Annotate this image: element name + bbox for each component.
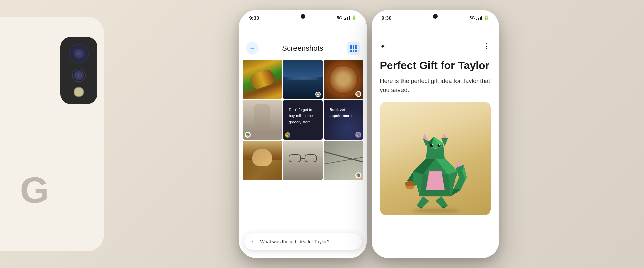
google-photos-badge-wire	[355, 172, 361, 178]
svg-marker-31	[417, 196, 429, 207]
photo-wire[interactable]	[324, 141, 363, 180]
status-time-1: 9:30	[249, 15, 259, 21]
note-text: Don't forget to buy milk at the grocery …	[289, 108, 313, 124]
search-bar[interactable]: ← What was the gift idea for Taylor?	[244, 233, 362, 250]
camera-lens-main	[69, 44, 89, 64]
grid-dot	[353, 50, 354, 52]
left-phone-partial: G	[0, 17, 104, 251]
phone-screenshots: 9:30 5G 🔋 ← Screenshots	[239, 10, 367, 258]
grid-dot	[355, 47, 357, 49]
bar-4	[349, 16, 350, 20]
photo-vet-screenshot[interactable]: Book vet appointment	[324, 100, 363, 140]
phones-container: 9:30 5G 🔋 ← Screenshots	[239, 10, 499, 258]
bar-2	[478, 18, 479, 20]
front-camera-2	[433, 14, 438, 19]
photo-burrito[interactable]	[243, 60, 282, 99]
camera-flash	[74, 87, 84, 97]
bar-1	[344, 19, 345, 20]
screenshots-header: ← Screenshots	[239, 39, 367, 60]
camera-module	[60, 37, 97, 104]
vet-google-photos-badge	[355, 132, 361, 138]
signal-bars-1	[344, 16, 350, 20]
note-google-photos-badge	[285, 132, 290, 138]
photo-grid-row2: Don't forget to buy milk at the grocery …	[239, 99, 367, 140]
ai-response-subtitle: Here is the perfect gift idea for Taylor…	[372, 75, 499, 102]
phone-ai-response: 9:30 5G 🔋 ✦ ⋮ Perfect Gift f	[372, 10, 499, 258]
back-arrow-icon: ←	[250, 45, 255, 51]
search-bar-container: ← What was the gift idea for Taylor?	[244, 233, 362, 250]
chrome-badge	[315, 92, 321, 97]
photo-pizza[interactable]	[324, 60, 363, 99]
grid-dot	[353, 47, 354, 49]
front-camera-1	[301, 14, 305, 19]
status-icons-2: 5G 🔋	[469, 15, 489, 20]
svg-point-17	[430, 144, 433, 147]
photo-note-screenshot[interactable]: Don't forget to buy milk at the grocery …	[283, 100, 323, 140]
photo-ocean[interactable]	[283, 60, 323, 99]
grid-icon	[350, 45, 357, 52]
svg-marker-5	[426, 171, 445, 190]
ai-gift-image	[380, 102, 491, 215]
bar-2	[345, 18, 346, 20]
back-button[interactable]: ←	[246, 42, 259, 55]
svg-point-18	[437, 144, 440, 147]
google-g-logo: G	[20, 169, 49, 211]
screenshots-title: Screenshots	[282, 44, 323, 53]
phone-screen-1: 9:30 5G 🔋 ← Screenshots	[239, 10, 367, 258]
battery-icon-1: 🔋	[351, 15, 357, 20]
ai-header: ✦ ⋮	[372, 23, 499, 54]
battery-icon-2: 🔋	[484, 15, 489, 20]
grid-dot	[353, 45, 354, 47]
grid-dot	[350, 50, 352, 52]
ai-response-title: Perfect Gift for Taylor	[372, 54, 499, 75]
svg-marker-33	[435, 196, 448, 207]
bar-3	[347, 17, 348, 20]
phone-screen-2: 9:30 5G 🔋 ✦ ⋮ Perfect Gift f	[372, 10, 499, 258]
photo-grid-row1	[239, 60, 367, 99]
svg-point-19	[431, 144, 433, 146]
photo-bird[interactable]	[243, 100, 282, 140]
search-query-text: What was the gift idea for Taylor?	[260, 239, 355, 244]
signal-bars-2	[476, 16, 482, 20]
bar-4	[481, 16, 482, 20]
grid-dot	[355, 45, 357, 47]
grid-view-button[interactable]	[347, 42, 360, 55]
photo-grid-row3	[239, 140, 367, 180]
signal-label-2: 5G	[469, 16, 475, 20]
svg-point-20	[439, 144, 440, 146]
google-photos-badge-pizza	[355, 91, 361, 97]
signal-label-1: 5G	[337, 16, 342, 20]
vet-text: Book vet appointment	[330, 108, 352, 118]
google-photos-badge-bird	[245, 132, 251, 138]
status-icons-1: 5G 🔋	[337, 15, 356, 20]
bar-3	[480, 17, 481, 20]
status-time-2: 9:30	[382, 15, 392, 21]
grid-dot	[350, 47, 352, 49]
search-back-icon[interactable]: ←	[251, 239, 256, 245]
bar-1	[476, 19, 477, 20]
origami-squirrel-svg	[388, 108, 482, 215]
photo-cat[interactable]	[243, 141, 282, 180]
more-options-icon[interactable]: ⋮	[483, 42, 491, 51]
photo-glasses[interactable]	[283, 141, 323, 180]
sparkle-icon: ✦	[380, 42, 386, 50]
camera-lens-secondary	[72, 69, 86, 82]
svg-point-29	[405, 181, 415, 186]
grid-dot	[355, 50, 357, 52]
svg-marker-16	[441, 134, 448, 138]
grid-dot	[350, 45, 352, 47]
